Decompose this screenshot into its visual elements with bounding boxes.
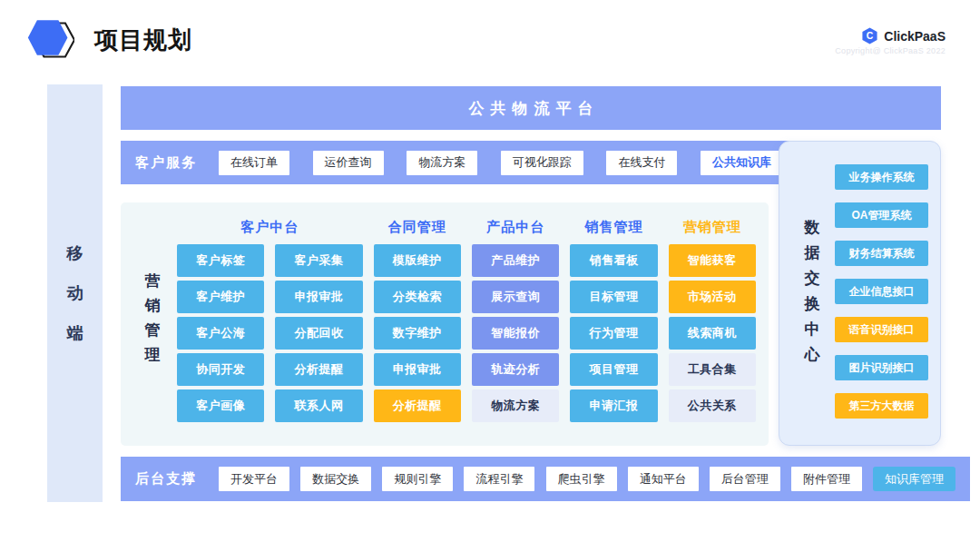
module-chip[interactable]: 数字维护 bbox=[374, 317, 461, 350]
backend-support-label: 后台支撑 bbox=[135, 470, 197, 488]
platform-banner: 公共物流平台 bbox=[121, 86, 941, 130]
platform-banner-label: 公共物流平台 bbox=[463, 98, 600, 119]
vertical-label-char: 换 bbox=[805, 296, 820, 311]
customer-service-row: 客户服务 在线订单运价查询物流方案可视化跟踪在线支付公共知识库 bbox=[121, 141, 798, 184]
data-exchange-item[interactable]: OA管理系统 bbox=[835, 202, 928, 228]
module-chip[interactable]: 项目管理 bbox=[570, 353, 657, 386]
vertical-label-char: 数 bbox=[805, 220, 820, 235]
vertical-label-char: 销 bbox=[145, 298, 161, 313]
module-chip[interactable]: 客户画像 bbox=[177, 389, 264, 422]
module-chip[interactable]: 分配回收 bbox=[275, 317, 362, 350]
brand-name: ClickPaaS bbox=[884, 29, 946, 44]
vertical-label-char: 交 bbox=[805, 271, 820, 286]
backend-support-button[interactable]: 数据交换 bbox=[300, 467, 371, 491]
customer-service-button[interactable]: 在线支付 bbox=[606, 151, 677, 175]
backend-support-button[interactable]: 通知平台 bbox=[628, 467, 699, 491]
module-chip[interactable]: 客户公海 bbox=[177, 317, 264, 350]
brand-copyright: Copyright@ ClickPaaS 2022 bbox=[835, 46, 946, 55]
mobile-side-bar: 移动端 bbox=[47, 84, 103, 502]
backend-support-button[interactable]: 爬虫引擎 bbox=[546, 467, 617, 491]
data-exchange-item[interactable]: 财务结算系统 bbox=[835, 241, 928, 266]
data-exchange-item[interactable]: 图片识别接口 bbox=[835, 355, 928, 380]
module-chip[interactable]: 申报审批 bbox=[275, 281, 362, 313]
marketing-side-label: 营销管理 bbox=[139, 273, 166, 362]
customer-service-button[interactable]: 可视化跟踪 bbox=[501, 151, 583, 175]
brand-block: C ClickPaaS Copyright@ ClickPaaS 2022 bbox=[835, 27, 946, 55]
vertical-label-char: 管 bbox=[145, 322, 161, 338]
module-chip[interactable]: 轨迹分析 bbox=[472, 353, 559, 386]
vertical-label-char: 移 bbox=[67, 245, 83, 261]
data-exchange-item[interactable]: 第三方大数据 bbox=[835, 393, 928, 419]
vertical-label-char: 心 bbox=[805, 347, 820, 362]
vertical-label-char: 中 bbox=[805, 321, 820, 337]
backend-support-button[interactable]: 规则引擎 bbox=[382, 467, 453, 491]
module-chip[interactable]: 申请汇报 bbox=[570, 389, 657, 422]
svg-text:C: C bbox=[867, 31, 874, 41]
column-header: 合同管理 bbox=[374, 213, 461, 241]
data-exchange-items: 业务操作系统OA管理系统财务结算系统企业信息接口语音识别接口图片识别接口第三方大… bbox=[835, 164, 928, 419]
backend-support-button[interactable]: 知识库管理 bbox=[873, 467, 956, 491]
data-exchange-panel: 数据交换中心 业务操作系统OA管理系统财务结算系统企业信息接口语音识别接口图片识… bbox=[779, 141, 941, 446]
column-header: 销售管理 bbox=[570, 213, 657, 241]
module-chip[interactable]: 申报审批 bbox=[374, 353, 461, 386]
module-chip[interactable]: 智能获客 bbox=[669, 244, 756, 277]
module-chip[interactable]: 分类检索 bbox=[374, 281, 461, 313]
customer-service-button[interactable]: 物流方案 bbox=[407, 151, 477, 175]
module-chip[interactable]: 市场活动 bbox=[669, 281, 756, 313]
data-exchange-item[interactable]: 语音识别接口 bbox=[835, 317, 928, 342]
module-chip[interactable]: 展示查询 bbox=[472, 281, 559, 313]
module-chip[interactable]: 目标管理 bbox=[570, 281, 657, 313]
module-chip[interactable]: 智能报价 bbox=[472, 317, 559, 350]
module-chip[interactable]: 协同开发 bbox=[177, 353, 264, 386]
page-header: 项目规划 bbox=[27, 18, 192, 62]
customer-service-buttons: 在线订单运价查询物流方案可视化跟踪在线支付公共知识库 bbox=[219, 151, 783, 175]
backend-support-button[interactable]: 流程引擎 bbox=[464, 467, 534, 491]
column-header: 产品中台 bbox=[472, 213, 559, 241]
hexagon-logo-icon bbox=[27, 18, 74, 62]
backend-support-button[interactable]: 附件管理 bbox=[791, 467, 862, 491]
customer-service-button[interactable]: 运价查询 bbox=[313, 151, 384, 175]
customer-service-button[interactable]: 公共知识库 bbox=[701, 151, 783, 175]
module-chip[interactable]: 客户维护 bbox=[177, 281, 264, 313]
module-chip[interactable]: 客户标签 bbox=[177, 244, 264, 277]
vertical-label-char: 端 bbox=[67, 325, 83, 341]
column-header: 客户中台 bbox=[177, 213, 363, 241]
clickpaas-logo-icon: C bbox=[861, 27, 878, 44]
module-chip[interactable]: 分析提醒 bbox=[275, 353, 362, 386]
module-chip[interactable]: 公共关系 bbox=[669, 389, 756, 422]
module-chip[interactable]: 联系人网 bbox=[275, 389, 362, 422]
data-exchange-side-label: 数据交换中心 bbox=[798, 220, 827, 362]
module-chip[interactable]: 客户采集 bbox=[275, 244, 362, 277]
vertical-label-char: 营 bbox=[145, 273, 161, 289]
module-chip[interactable]: 线索商机 bbox=[669, 317, 756, 350]
customer-service-label: 客户服务 bbox=[135, 154, 197, 172]
module-grid: 客户中台合同管理产品中台销售管理营销管理客户标签客户采集模版维护产品维护销售看板… bbox=[177, 213, 756, 422]
module-chip[interactable]: 物流方案 bbox=[472, 389, 559, 422]
backend-support-button[interactable]: 后台管理 bbox=[710, 467, 780, 491]
module-chip[interactable]: 行为管理 bbox=[570, 317, 657, 350]
module-chip[interactable]: 工具合集 bbox=[669, 353, 756, 386]
column-header: 营销管理 bbox=[669, 213, 756, 241]
vertical-label-char: 理 bbox=[145, 347, 161, 362]
marketing-module-panel: 营销管理 客户中台合同管理产品中台销售管理营销管理客户标签客户采集模版维护产品维… bbox=[121, 202, 769, 446]
module-chip[interactable]: 分析提醒 bbox=[374, 389, 461, 422]
module-chip[interactable]: 模版维护 bbox=[374, 244, 461, 277]
vertical-label-char: 据 bbox=[805, 245, 820, 261]
page-title: 项目规划 bbox=[94, 25, 192, 56]
vertical-label-char: 动 bbox=[67, 285, 83, 301]
backend-support-buttons: 开发平台数据交换规则引擎流程引擎爬虫引擎通知平台后台管理附件管理知识库管理 bbox=[219, 467, 956, 491]
data-exchange-item[interactable]: 业务操作系统 bbox=[835, 164, 928, 190]
customer-service-button[interactable]: 在线订单 bbox=[219, 151, 289, 175]
module-chip[interactable]: 产品维护 bbox=[472, 244, 559, 277]
module-chip[interactable]: 销售看板 bbox=[570, 244, 657, 277]
data-exchange-item[interactable]: 企业信息接口 bbox=[835, 279, 928, 304]
backend-support-button[interactable]: 开发平台 bbox=[219, 467, 289, 491]
backend-support-row: 后台支撑 开发平台数据交换规则引擎流程引擎爬虫引擎通知平台后台管理附件管理知识库… bbox=[121, 457, 970, 501]
